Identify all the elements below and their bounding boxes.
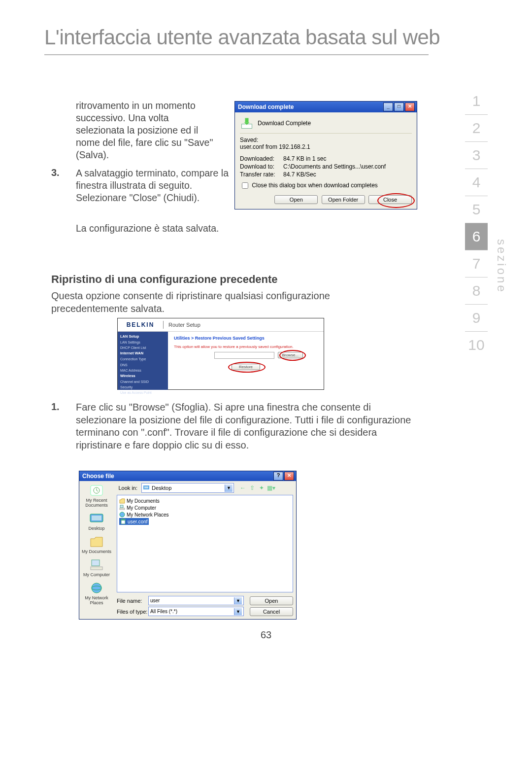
file-mycomp: My Computer [127,505,156,511]
step3-text: A salvataggio terminato, compare la fine… [76,167,233,204]
side-wireless[interactable]: Wireless [120,373,166,379]
side-security[interactable]: Security [120,384,166,390]
place-desktop[interactable]: Desktop [79,512,114,531]
side-internet-wan[interactable]: Internet WAN [120,350,166,356]
side-dns[interactable]: DNS [120,362,166,368]
svg-rect-11 [144,486,148,488]
downloaded-label: Downloaded: [240,155,283,162]
file-userconf: user.conf [128,519,148,524]
place-mynet[interactable]: My Network Places [79,581,114,605]
restore-body: Questa opzione consente di ripristinare … [51,290,396,315]
belkin-router-screenshot: BELKIN Router Setup LAN Setup LAN Settin… [117,318,324,390]
sezione-label: sezione [495,239,508,294]
new-folder-icon[interactable]: ✦ [258,484,266,492]
side-chan-ssid[interactable]: Channel and SSID [120,379,166,384]
nav-7[interactable]: 7 [465,250,488,277]
chevron-down-icon[interactable]: ▼ [234,608,242,615]
side-lan-settings[interactable]: LAN Settings [120,340,166,345]
config-saved-text: La configurazione è stata salvata. [76,222,224,235]
transfer-label: Transfer rate: [240,171,283,178]
chevron-down-icon[interactable]: ▼ [234,597,242,604]
nav-9[interactable]: 9 [465,305,488,332]
file-mydocs: My Documents [127,498,160,504]
choose-title-text: Choose file [82,473,114,480]
close-when-done-checkbox[interactable] [242,182,248,189]
side-use-ap[interactable]: Use as Access Point [120,390,166,395]
open-folder-button[interactable]: Open Folder [322,195,365,204]
views-icon[interactable]: ▦▾ [267,484,275,492]
step1-text: Fare clic su "Browse" (Sfoglia). Si apre… [76,401,421,451]
nav-6[interactable]: 6 [465,223,488,250]
dialog-titlebar[interactable]: Download complete _ □ ✕ [235,102,417,112]
place-recent[interactable]: My Recent Documents [79,484,114,508]
place-mycomp[interactable]: My Computer [79,558,114,577]
close-button[interactable]: Close [368,195,412,204]
svg-point-14 [120,512,125,517]
file-mynet: My Network Places [127,512,169,518]
svg-rect-12 [120,505,123,508]
download-to-label: Download to: [240,163,283,170]
place-mynet-label: My Network Places [85,595,108,605]
nav-1[interactable]: 1 [465,88,488,115]
chevron-down-icon[interactable]: ▼ [225,484,233,492]
step3-number: 3. [51,167,60,178]
title-rule [44,54,429,55]
belkin-description: This option will allow you to restore a … [174,345,318,349]
list-item-selected[interactable]: user.conf [119,518,149,525]
restore-button[interactable]: Restore [232,364,260,370]
close-icon[interactable]: ✕ [284,472,294,481]
nav-2[interactable]: 2 [465,115,488,142]
maximize-icon[interactable]: □ [394,103,404,111]
back-icon[interactable]: ← [239,484,247,492]
download-to-value: C:\Documents and Settings...\user.conf [283,163,386,170]
svg-rect-1 [245,118,249,123]
side-conn-type[interactable]: Connection Type [120,356,166,362]
help-icon[interactable]: ? [273,472,283,481]
belkin-file-input[interactable] [214,352,274,359]
choose-titlebar[interactable]: Choose file ? ✕ [79,471,296,481]
side-mac[interactable]: MAC Address [120,368,166,373]
place-mydocs[interactable]: My Documents [79,535,114,554]
open-button[interactable]: Open [250,596,293,605]
nav-5[interactable]: 5 [465,196,488,223]
browse-button[interactable]: Browse... [278,352,303,358]
downloaded-value: 84.7 KB in 1 sec [283,155,326,162]
step1-number: 1. [51,401,60,413]
page-title: L'interfaccia utente avanzata basata sul… [44,26,440,49]
filename-label: File name: [117,598,148,604]
download-complete-dialog: Download complete _ □ ✕ Download Complet… [234,101,417,209]
nav-3[interactable]: 3 [465,142,488,169]
side-lan-setup[interactable]: LAN Setup [120,334,166,340]
restore-heading: Ripristino di una configurazione precede… [51,273,278,286]
minimize-icon[interactable]: _ [383,103,393,111]
nav-8[interactable]: 8 [465,277,488,305]
filetype-field[interactable]: All Files (*.*) ▼ [148,607,244,616]
lookin-combo[interactable]: Desktop ▼ [141,483,234,493]
dialog-title-text: Download complete [238,104,294,110]
nav-10[interactable]: 10 [465,332,488,358]
file-list[interactable]: My Documents My Computer My Network Plac… [117,495,293,592]
filename-value: user [150,598,160,603]
filename-field[interactable]: user ▼ [148,596,244,605]
saved-label: Saved: [240,137,412,143]
up-icon[interactable]: ⇧ [248,484,256,492]
download-icon [240,116,254,130]
svg-rect-6 [92,560,100,566]
list-item[interactable]: My Network Places [119,511,291,518]
nav-4[interactable]: 4 [465,169,488,196]
section-nav: 1 2 3 4 5 6 7 8 9 10 [465,88,488,358]
list-item[interactable]: My Computer [119,504,291,511]
side-dhcp[interactable]: DHCP Client List [120,345,166,350]
open-button[interactable]: Open [274,195,318,204]
download-complete-heading: Download Complete [258,120,311,127]
page-number: 63 [0,629,532,641]
desktop-icon [143,484,150,491]
router-setup-label: Router Setup [164,322,200,328]
cancel-button[interactable]: Cancel [250,607,293,616]
intro-text: ritrovamento in un momento successivo. U… [76,100,219,161]
close-when-done-label: Close this dialog box when download comp… [252,182,378,189]
list-item[interactable]: My Documents [119,497,291,504]
svg-point-8 [92,583,101,593]
filetype-value: All Files (*.*) [150,609,177,614]
close-icon[interactable]: ✕ [405,103,415,111]
